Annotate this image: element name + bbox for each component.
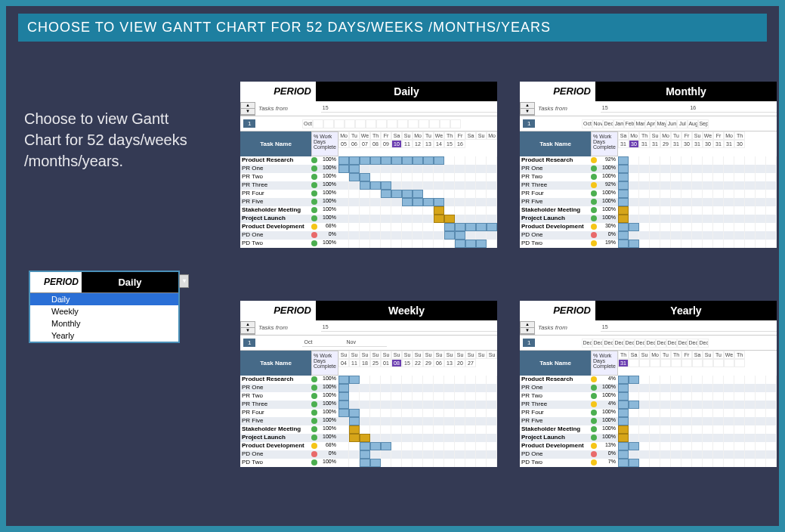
gantt-cell — [745, 425, 756, 434]
gantt-cell — [681, 165, 692, 173]
gantt-cell — [381, 392, 391, 401]
chevron-up-icon[interactable]: ▲ — [241, 103, 255, 109]
percent-complete: 100% — [599, 198, 618, 206]
gantt-cell — [360, 240, 370, 248]
gantt-cell — [360, 384, 370, 392]
period-value[interactable]: Daily ▾ — [82, 272, 178, 292]
gantt-cell — [455, 198, 465, 206]
gantt-bar-area — [618, 425, 777, 434]
table-row: Product Development13% — [520, 442, 777, 450]
gantt-cell — [724, 450, 734, 459]
gantt-cell — [487, 376, 497, 384]
status-dot — [309, 198, 320, 206]
chevron-up-icon[interactable]: ▲ — [521, 322, 534, 328]
gantt-cell — [413, 392, 423, 401]
gantt-cell — [370, 392, 381, 401]
gantt-cell — [734, 401, 745, 409]
task-name-cell: Product Development — [240, 442, 309, 450]
gantt-cell — [745, 434, 756, 442]
task-spinner[interactable]: ▲▼ — [240, 102, 255, 116]
status-dot — [309, 417, 320, 425]
gantt-cell — [391, 173, 402, 181]
gantt-cell — [360, 409, 370, 417]
table-row: PR Two100% — [240, 173, 497, 181]
gantt-cell — [360, 231, 370, 240]
table-row: PR Four100% — [240, 409, 497, 417]
status-dot — [589, 231, 599, 240]
gantt-bar-area — [338, 206, 497, 215]
gantt-cell — [703, 190, 713, 198]
date-num-cell: 25 — [370, 359, 381, 367]
gantt-cell — [650, 434, 660, 442]
gantt-cell — [650, 376, 660, 384]
period-option-yearly[interactable]: Yearly — [30, 329, 178, 342]
period-option-daily[interactable]: Daily — [30, 293, 178, 305]
gantt-cell — [660, 401, 671, 409]
gantt-cell — [370, 376, 381, 384]
month-label: Oct — [302, 339, 345, 347]
weekday-cell: Tu — [423, 131, 434, 140]
weekday-cell: Mo — [629, 131, 639, 140]
weekday-cell: We — [434, 131, 444, 140]
gantt-bar-area — [338, 392, 497, 401]
chevron-down-icon[interactable]: ▼ — [521, 328, 534, 334]
task-spinner[interactable]: ▲▼ — [520, 102, 535, 116]
gantt-cell — [465, 198, 476, 206]
gantt-bar-area — [338, 165, 497, 173]
gantt-cell — [766, 231, 777, 240]
status-dot — [589, 409, 599, 417]
table-row: Product Research92% — [520, 156, 777, 165]
weekday-cell: Th — [734, 351, 745, 359]
gantt-cell — [381, 434, 391, 442]
gantt-cell — [476, 173, 487, 181]
gantt-cell — [756, 165, 766, 173]
task-spinner[interactable]: ▲▼ — [520, 321, 535, 335]
weekday-cell: Mo — [660, 131, 671, 140]
chevron-down-icon[interactable]: ▼ — [241, 109, 255, 115]
gantt-cell — [455, 417, 465, 425]
gantt-cell — [692, 392, 703, 401]
gantt-bar-area — [338, 376, 497, 384]
gantt-cell — [766, 425, 777, 434]
gantt-cell — [413, 173, 423, 181]
status-dot — [309, 215, 320, 223]
gantt-cell — [766, 392, 777, 401]
gantt-cell — [660, 450, 671, 459]
task-spinner[interactable]: ▲▼ — [240, 321, 255, 335]
gantt-cell — [766, 173, 777, 181]
gantt-cell — [487, 223, 497, 231]
gantt-cell — [381, 417, 391, 425]
month-cell — [334, 119, 345, 128]
gantt-cell — [734, 240, 745, 248]
dropdown-arrow-icon[interactable]: ▾ — [179, 274, 189, 288]
gantt-bar-area — [338, 215, 497, 223]
chevron-down-icon[interactable]: ▼ — [521, 109, 534, 115]
month-cell: Dec — [688, 339, 698, 348]
period-option-weekly[interactable]: Weekly — [30, 305, 178, 317]
status-dot — [309, 409, 320, 417]
period-label: PERIOD — [520, 82, 595, 101]
gantt-cell — [703, 223, 713, 231]
task-name-header: Task Name — [240, 351, 311, 376]
weekday-cell: Tu — [713, 351, 724, 359]
chevron-up-icon[interactable]: ▲ — [521, 103, 534, 109]
gantt-cell — [671, 417, 681, 425]
percent-complete: 100% — [599, 190, 618, 198]
gantt-cell — [487, 401, 497, 409]
chevron-up-icon[interactable]: ▲ — [241, 322, 255, 328]
date-num-cell — [681, 359, 692, 367]
period-option-monthly[interactable]: Monthly — [30, 317, 178, 329]
gantt-cell — [650, 223, 660, 231]
gantt-cell — [413, 425, 423, 434]
gantt-cell — [370, 215, 381, 223]
gantt-cell — [360, 173, 370, 181]
gantt-cell — [338, 181, 349, 190]
chevron-down-icon[interactable]: ▼ — [241, 328, 255, 334]
gantt-bar-area — [618, 392, 777, 401]
gantt-cell — [639, 240, 650, 248]
gantt-cell — [370, 425, 381, 434]
gantt-cell — [756, 409, 766, 417]
gantt-cell — [391, 206, 402, 215]
gantt-cell — [734, 384, 745, 392]
gantt-cell — [660, 223, 671, 231]
